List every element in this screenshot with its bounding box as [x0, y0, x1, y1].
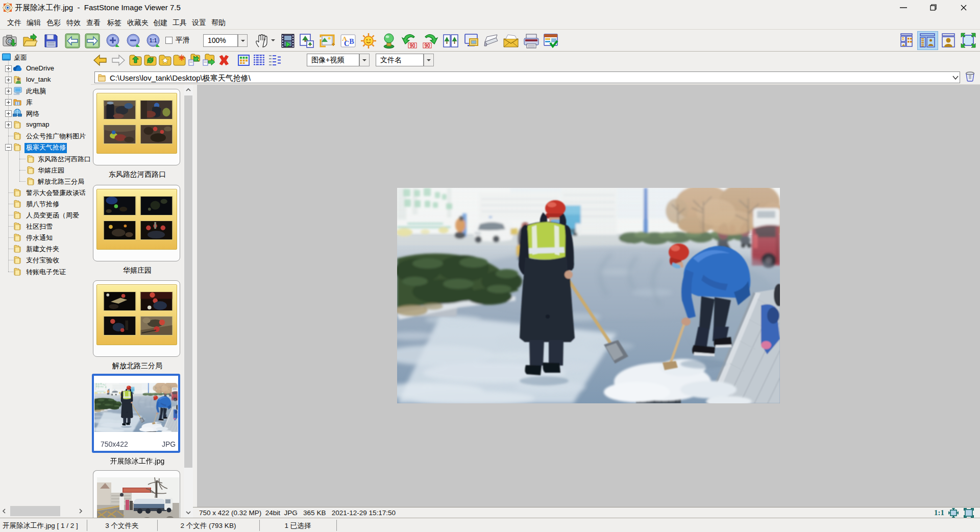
svg-text:90: 90	[424, 43, 430, 49]
svg-text:C: C	[344, 40, 349, 47]
svg-text:B: B	[349, 38, 354, 45]
svg-text:90: 90	[409, 43, 415, 49]
svg-text:1:1: 1:1	[150, 38, 157, 43]
